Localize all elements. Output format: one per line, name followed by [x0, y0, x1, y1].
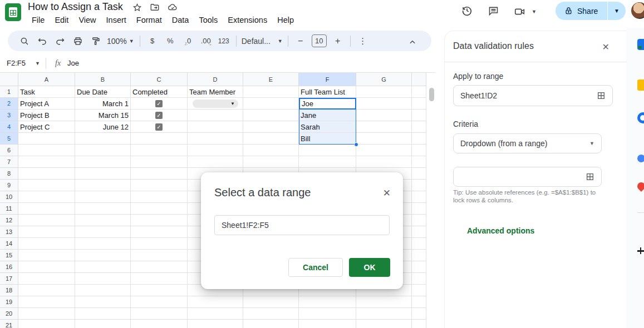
- column-header-C[interactable]: C: [131, 73, 188, 86]
- cell-H13[interactable]: [412, 226, 426, 238]
- document-title[interactable]: How to Assign a Task: [28, 1, 123, 13]
- row-header-15[interactable]: 15: [0, 250, 18, 261]
- cell-H21[interactable]: [412, 320, 426, 328]
- cell-G19[interactable]: [356, 296, 412, 308]
- increase-decimal-button[interactable]: .00→: [199, 34, 213, 48]
- cell-C6[interactable]: [131, 145, 188, 156]
- row-header-2[interactable]: 2: [0, 98, 18, 110]
- meet-video-icon[interactable]: ▼: [514, 6, 537, 18]
- comment-icon[interactable]: [488, 5, 499, 19]
- cell-H17[interactable]: [412, 273, 426, 285]
- cell-H4[interactable]: [412, 121, 426, 133]
- dialog-close-icon[interactable]: ✕: [383, 187, 391, 199]
- cell-G5[interactable]: [356, 133, 412, 145]
- cell-E20[interactable]: [243, 308, 299, 320]
- cell-C17[interactable]: [131, 273, 188, 285]
- vertical-scrollbar[interactable]: [429, 88, 434, 101]
- redo-icon[interactable]: [53, 34, 67, 48]
- selection-fill-handle[interactable]: [354, 142, 358, 147]
- cell-A12[interactable]: [18, 215, 75, 226]
- column-header-E[interactable]: E: [243, 73, 299, 86]
- cell-B7[interactable]: [75, 156, 131, 168]
- cell-B2[interactable]: March 1: [75, 98, 131, 110]
- increase-font-size-button[interactable]: +: [331, 34, 345, 48]
- cell-D1[interactable]: Team Member: [188, 86, 243, 98]
- format-percent-button[interactable]: %: [163, 34, 178, 48]
- cell-B18[interactable]: [75, 285, 131, 296]
- cell-H18[interactable]: [412, 285, 426, 296]
- cell-G21[interactable]: [356, 320, 412, 328]
- cell-F1[interactable]: Full Team List: [299, 86, 356, 98]
- cell-D4[interactable]: [188, 121, 243, 133]
- row-header-21[interactable]: 21: [0, 320, 18, 328]
- cell-F20[interactable]: [299, 308, 356, 320]
- cell-B5[interactable]: [75, 133, 131, 145]
- cell-A4[interactable]: Project C: [18, 121, 75, 133]
- cell-B3[interactable]: March 15: [75, 110, 131, 121]
- cell-A9[interactable]: [18, 180, 75, 191]
- cloud-saved-icon[interactable]: [168, 2, 178, 12]
- cell-H3[interactable]: [412, 110, 426, 121]
- cell-C8[interactable]: [131, 168, 188, 180]
- zoom-select[interactable]: 100%▼: [107, 34, 134, 48]
- cell-H16[interactable]: [412, 261, 426, 273]
- cell-D21[interactable]: [188, 320, 243, 328]
- cell-G1[interactable]: [356, 86, 412, 98]
- ok-button[interactable]: OK: [349, 258, 390, 277]
- cell-C14[interactable]: [131, 238, 188, 250]
- cell-C21[interactable]: [131, 320, 188, 328]
- select-all-corner[interactable]: [0, 73, 18, 86]
- cell-H19[interactable]: [412, 296, 426, 308]
- cell-G6[interactable]: [356, 145, 412, 156]
- cell-E1[interactable]: [243, 86, 299, 98]
- cell-A15[interactable]: [18, 250, 75, 261]
- row-header-6[interactable]: 6: [0, 145, 18, 156]
- cell-C5[interactable]: [131, 133, 188, 145]
- data-range-input[interactable]: [214, 215, 390, 235]
- name-box[interactable]: F2:F5▼: [0, 59, 43, 67]
- row-header-8[interactable]: 8: [0, 168, 18, 180]
- more-toolbar-options-icon[interactable]: ⋮: [356, 34, 370, 48]
- cell-A16[interactable]: [18, 261, 75, 273]
- decrease-decimal-button[interactable]: .0←: [181, 34, 195, 48]
- menu-edit[interactable]: Edit: [50, 14, 73, 26]
- cell-F2[interactable]: [299, 98, 356, 110]
- row-header-20[interactable]: 20: [0, 308, 18, 320]
- cell-D7[interactable]: [188, 156, 243, 168]
- cell-F4[interactable]: Sarah: [299, 121, 356, 133]
- row-header-4[interactable]: 4: [0, 121, 18, 133]
- maps-icon[interactable]: [636, 181, 644, 192]
- more-formats-button[interactable]: 123: [217, 34, 231, 48]
- cell-A20[interactable]: [18, 308, 75, 320]
- cell-A6[interactable]: [18, 145, 75, 156]
- cell-C18[interactable]: [131, 285, 188, 296]
- checkbox-checked[interactable]: ✓: [155, 112, 163, 119]
- row-header-19[interactable]: 19: [0, 296, 18, 308]
- cell-B20[interactable]: [75, 308, 131, 320]
- row-header-14[interactable]: 14: [0, 238, 18, 250]
- cell-C15[interactable]: [131, 250, 188, 261]
- cell-A18[interactable]: [18, 285, 75, 296]
- row-header-12[interactable]: 12: [0, 215, 18, 226]
- cell-C7[interactable]: [131, 156, 188, 168]
- column-header-F[interactable]: F: [299, 73, 356, 86]
- cell-E6[interactable]: [243, 145, 299, 156]
- cell-B9[interactable]: [75, 180, 131, 191]
- row-header-13[interactable]: 13: [0, 226, 18, 238]
- share-button[interactable]: Share ▼: [555, 2, 626, 20]
- cell-B21[interactable]: [75, 320, 131, 328]
- cell-A19[interactable]: [18, 296, 75, 308]
- cell-F5[interactable]: Bill: [299, 133, 356, 145]
- tasks-icon[interactable]: [637, 112, 644, 123]
- cell-E3[interactable]: [243, 110, 299, 121]
- cell-H6[interactable]: [412, 145, 426, 156]
- advanced-options-link[interactable]: Advanced options: [467, 226, 534, 235]
- cell-B16[interactable]: [75, 261, 131, 273]
- row-header-18[interactable]: 18: [0, 285, 18, 296]
- cell-C4[interactable]: ✓: [131, 121, 188, 133]
- calendar-icon[interactable]: [637, 39, 644, 50]
- cell-B4[interactable]: June 12: [75, 121, 131, 133]
- cell-D5[interactable]: [188, 133, 243, 145]
- cell-D20[interactable]: [188, 308, 243, 320]
- cell-H5[interactable]: [412, 133, 426, 145]
